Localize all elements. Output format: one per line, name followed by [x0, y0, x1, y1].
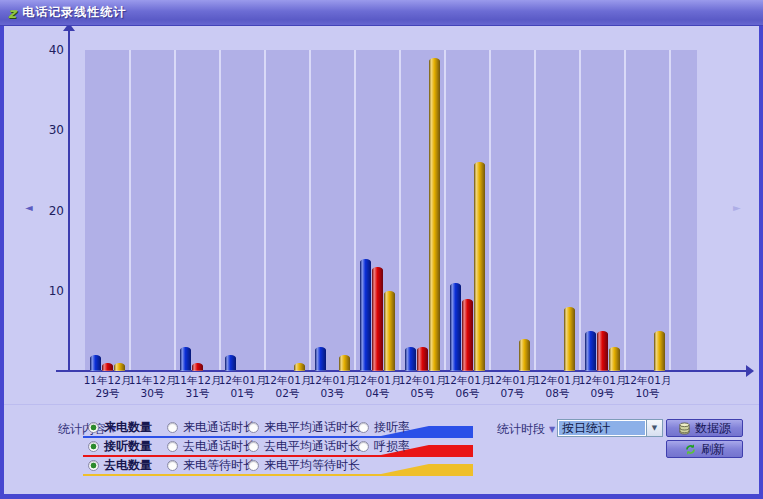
series-swatch-2 [381, 464, 473, 476]
datasource-button[interactable]: 数据源 [666, 419, 743, 437]
y-axis-tick-label: 20 [28, 204, 64, 218]
radio-option-去电通话时长[interactable]: 去电通话时长 [167, 439, 255, 454]
refresh-icon [684, 443, 697, 456]
bar-去电数量-05号 [429, 58, 440, 371]
bar-去电数量-07号 [519, 339, 530, 371]
radio-icon[interactable] [167, 422, 178, 433]
bar-去电数量-03号 [339, 355, 350, 371]
radio-option-来电通话时长[interactable]: 来电通话时长 [167, 420, 255, 435]
window-border-right [759, 0, 763, 499]
radio-option-来电平均通话时长[interactable]: 来电平均通话时长 [248, 420, 360, 435]
bar-来电数量-04号 [360, 259, 371, 371]
gridline [219, 50, 221, 371]
radio-option-来电平均等待时长[interactable]: 来电平均等待时长 [248, 458, 360, 473]
radio-icon[interactable] [88, 422, 99, 433]
radio-icon[interactable] [248, 422, 259, 433]
bar-来电数量-03号 [315, 347, 326, 371]
x-axis-label-line: 10号 [621, 387, 674, 400]
radio-option-label: 来电平均通话时长 [264, 419, 360, 436]
radio-option-label: 来电数量 [104, 419, 152, 436]
bar-去电数量-04号 [384, 291, 395, 371]
database-icon [678, 422, 691, 435]
radio-option-label: 来电通话时长 [183, 419, 255, 436]
radio-option-label: 呼损率 [374, 438, 410, 455]
radio-option-label: 来电等待时长 [183, 457, 255, 474]
radio-option-去电平均通话时长[interactable]: 去电平均通话时长 [248, 439, 360, 454]
y-axis-tick-label: 10 [28, 284, 64, 298]
bar-接听数量-04号 [372, 267, 383, 371]
y-axis-tick-label: 40 [28, 43, 64, 57]
gridline [309, 50, 311, 371]
radio-icon[interactable] [167, 441, 178, 452]
bar-去电数量-06号 [474, 162, 485, 371]
radio-option-去电数量[interactable]: 去电数量 [88, 458, 152, 473]
radio-icon[interactable] [88, 441, 99, 452]
gridline [534, 50, 536, 371]
bar-来电数量-01号 [225, 355, 236, 371]
period-dropdown[interactable]: 按日统计 ▼ [557, 419, 663, 437]
gridline [354, 50, 356, 371]
gridline [129, 50, 131, 371]
bar-接听数量-09号 [597, 331, 608, 371]
radio-option-接听率[interactable]: 接听率 [358, 420, 410, 435]
bar-去电数量-10号 [654, 331, 665, 371]
title-bar: z 电话记录线性统计 [0, 0, 763, 26]
y-axis-tick-label: 30 [28, 123, 64, 137]
gridline [264, 50, 266, 371]
window-border-left [0, 0, 4, 499]
panel-divider [4, 404, 759, 405]
scroll-left-icon[interactable]: ◄ [25, 203, 33, 213]
bar-接听数量-06号 [462, 299, 473, 371]
gridline [399, 50, 401, 371]
bar-去电数量-29号 [114, 363, 125, 371]
radio-option-label: 来电平均等待时长 [264, 457, 360, 474]
radio-option-来电等待时长[interactable]: 来电等待时长 [167, 458, 255, 473]
bar-接听数量-31号 [192, 363, 203, 371]
bar-接听数量-29号 [102, 363, 113, 371]
gridline [174, 50, 176, 371]
window-border-bottom [0, 494, 763, 499]
x-axis-category-label: 12年01月10号 [621, 374, 674, 400]
phone-record-stats-window: z 电话记录线性统计 x 1020304011年12月29号11年12月30号1… [0, 0, 763, 499]
y-axis-line [68, 30, 70, 372]
radio-option-label: 去电数量 [104, 457, 152, 474]
radio-option-label: 去电平均通话时长 [264, 438, 360, 455]
radio-icon[interactable] [358, 422, 369, 433]
refresh-button[interactable]: 刷新 [666, 440, 743, 458]
bar-接听数量-05号 [417, 347, 428, 371]
stats-period-dropdown-icon: ▼ [549, 425, 555, 434]
chevron-down-icon[interactable]: ▼ [646, 420, 662, 436]
radio-icon[interactable] [358, 441, 369, 452]
x-axis-arrow-icon [746, 365, 754, 377]
x-axis-line [56, 370, 748, 372]
bar-去电数量-09号 [609, 347, 620, 371]
bar-来电数量-06号 [450, 283, 461, 371]
gridline [489, 50, 491, 371]
radio-icon[interactable] [167, 460, 178, 471]
radio-icon[interactable] [248, 460, 259, 471]
scroll-right-icon[interactable]: ► [733, 203, 741, 213]
bar-来电数量-09号 [585, 331, 596, 371]
x-axis-label-line: 12年01月 [621, 374, 674, 387]
gridline [579, 50, 581, 371]
radio-option-label: 接听数量 [104, 438, 152, 455]
window-title: 电话记录线性统计 [22, 4, 126, 21]
radio-icon[interactable] [88, 460, 99, 471]
period-dropdown-value: 按日统计 [559, 421, 645, 435]
bar-来电数量-31号 [180, 347, 191, 371]
bar-去电数量-02号 [294, 363, 305, 371]
radio-icon[interactable] [248, 441, 259, 452]
stats-period-label: 统计时段 ▼ [497, 421, 555, 438]
bar-来电数量-05号 [405, 347, 416, 371]
radio-option-label: 接听率 [374, 419, 410, 436]
gridline [624, 50, 626, 371]
radio-option-呼损率[interactable]: 呼损率 [358, 439, 410, 454]
bar-去电数量-08号 [564, 307, 575, 371]
radio-option-label: 去电通话时长 [183, 438, 255, 455]
radio-option-来电数量[interactable]: 来电数量 [88, 420, 152, 435]
radio-option-接听数量[interactable]: 接听数量 [88, 439, 152, 454]
app-icon: z [8, 6, 16, 20]
gridline [444, 50, 446, 371]
bar-来电数量-29号 [90, 355, 101, 371]
gridline [669, 50, 671, 371]
